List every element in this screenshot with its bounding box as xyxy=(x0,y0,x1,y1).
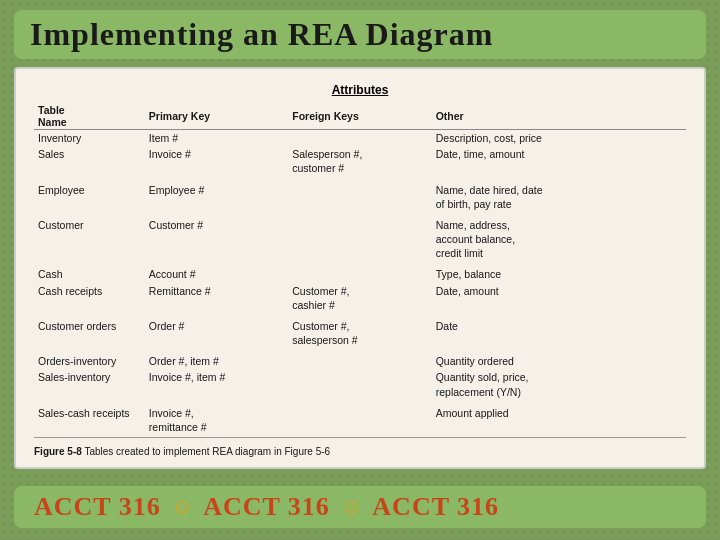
cell-fk xyxy=(288,353,431,369)
cell-name: Customer xyxy=(34,217,145,262)
table-row: Customer orders Order # Customer #,sales… xyxy=(34,318,686,348)
col-header-pk: Primary Key xyxy=(145,103,288,130)
col-header-other: Other xyxy=(432,103,686,130)
acct-label-1: ACCT 316 xyxy=(34,492,161,522)
cell-name: Sales-inventory xyxy=(34,369,145,399)
cell-pk: Customer # xyxy=(145,217,288,262)
cell-other: Quantity ordered xyxy=(432,353,686,369)
rea-table: TableName Primary Key Foreign Keys Other… xyxy=(34,103,686,435)
cell-fk xyxy=(288,182,431,212)
table-row: Customer Customer # Name, address,accoun… xyxy=(34,217,686,262)
cell-pk: Employee # xyxy=(145,182,288,212)
table-row: Sales-inventory Invoice #, item # Quanti… xyxy=(34,369,686,399)
table-row: Sales-cash receipts Invoice #,remittance… xyxy=(34,405,686,435)
cell-pk: Invoice #,remittance # xyxy=(145,405,288,435)
acct-label-2: ACCT 316 xyxy=(203,492,330,522)
cell-fk xyxy=(288,405,431,435)
cell-name: Sales-cash receipts xyxy=(34,405,145,435)
cell-other: Quantity sold, price,replacement (Y/N) xyxy=(432,369,686,399)
col-header-name: TableName xyxy=(34,103,145,130)
cell-other: Date, time, amount xyxy=(432,146,686,176)
figure-label: Figure 5-8 xyxy=(34,446,82,457)
cell-name: Cash receipts xyxy=(34,283,145,313)
cell-other: Amount applied xyxy=(432,405,686,435)
smiley-icon-1: ☺ xyxy=(171,494,193,520)
cell-other: Description, cost, price xyxy=(432,130,686,147)
cell-other: Date, amount xyxy=(432,283,686,313)
cell-name: Sales xyxy=(34,146,145,176)
table-row: Employee Employee # Name, date hired, da… xyxy=(34,182,686,212)
cell-other: Type, balance xyxy=(432,266,686,282)
cell-name: Orders-inventory xyxy=(34,353,145,369)
table-row: Cash receipts Remittance # Customer #,ca… xyxy=(34,283,686,313)
cell-fk xyxy=(288,266,431,282)
cell-other: Date xyxy=(432,318,686,348)
col-header-fk: Foreign Keys xyxy=(288,103,431,130)
table-row: Sales Invoice # Salesperson #,customer #… xyxy=(34,146,686,176)
cell-pk: Item # xyxy=(145,130,288,147)
page-title: Implementing an REA Diagram xyxy=(30,16,493,52)
cell-fk xyxy=(288,369,431,399)
cell-fk: Customer #,cashier # xyxy=(288,283,431,313)
table-row: Cash Account # Type, balance xyxy=(34,266,686,282)
cell-fk xyxy=(288,217,431,262)
cell-fk xyxy=(288,130,431,147)
cell-fk: Salesperson #,customer # xyxy=(288,146,431,176)
figure-caption: Figure 5-8 Tables created to implement R… xyxy=(34,446,686,457)
cell-other: Name, address,account balance,credit lim… xyxy=(432,217,686,262)
cell-pk: Invoice #, item # xyxy=(145,369,288,399)
content-area: Attributes TableName Primary Key Foreign… xyxy=(14,67,706,469)
smiley-icon-2: ☺ xyxy=(340,494,362,520)
acct-label-3: ACCT 316 xyxy=(372,492,499,522)
cell-pk: Remittance # xyxy=(145,283,288,313)
cell-name: Cash xyxy=(34,266,145,282)
table-row: Inventory Item # Description, cost, pric… xyxy=(34,130,686,147)
cell-pk: Order # xyxy=(145,318,288,348)
cell-pk: Order #, item # xyxy=(145,353,288,369)
table-divider xyxy=(34,437,686,438)
table-row: Orders-inventory Order #, item # Quantit… xyxy=(34,353,686,369)
cell-other: Name, date hired, dateof birth, pay rate xyxy=(432,182,686,212)
figure-description: Tables created to implement REA diagram … xyxy=(84,446,330,457)
cell-name: Employee xyxy=(34,182,145,212)
attributes-header: Attributes xyxy=(34,83,686,97)
cell-fk: Customer #,salesperson # xyxy=(288,318,431,348)
cell-pk: Invoice # xyxy=(145,146,288,176)
cell-name: Inventory xyxy=(34,130,145,147)
cell-pk: Account # xyxy=(145,266,288,282)
title-bar: Implementing an REA Diagram xyxy=(14,10,706,59)
bottom-bar: ACCT 316 ☺ ACCT 316 ☺ ACCT 316 xyxy=(14,486,706,528)
cell-name: Customer orders xyxy=(34,318,145,348)
